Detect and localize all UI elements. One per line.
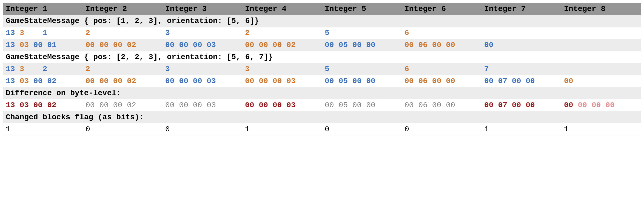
cell: 00 07 00 00 — [481, 99, 561, 111]
flag-bit: 0 — [163, 123, 242, 135]
cell: 00 00 00 02 — [83, 39, 163, 51]
flag-bit: 1 — [3, 123, 83, 135]
cell: 00 06 00 00 — [402, 99, 481, 111]
header-cell: Integer 7 — [481, 3, 561, 15]
flag-bit: 1 — [561, 123, 641, 135]
header-cell: Integer 8 — [561, 3, 641, 15]
cell: 7 — [481, 63, 561, 75]
flags-title: Changed blocks flag (as bits): — [3, 111, 641, 123]
cell: 00 07 00 00 — [481, 75, 561, 87]
header-cell: Integer 4 — [242, 3, 322, 15]
msg1-title: GameStateMessage { pos: [1, 2, 3], orien… — [3, 15, 641, 27]
header-cell: Integer 6 — [402, 3, 481, 15]
cell: 13 03 00 02 — [3, 75, 83, 87]
flag-bit: 0 — [83, 123, 163, 135]
cell: 5 — [322, 63, 402, 75]
cell: 00 06 00 00 — [402, 75, 481, 87]
header-cell: Integer 2 — [83, 3, 163, 15]
cell: 00 00 00 02 — [83, 99, 163, 111]
cell: 13 03 00 02 — [3, 99, 83, 111]
cell: 00 00 00 03 — [242, 99, 322, 111]
cell: 13 3 1 — [3, 27, 83, 39]
cell: 2 — [242, 27, 322, 39]
cell: 6 — [402, 27, 481, 39]
cell: 00 00 00 02 — [242, 39, 322, 51]
cell — [561, 27, 641, 39]
cell: 3 — [242, 63, 322, 75]
cell: 5 — [322, 27, 402, 39]
cell: 00 05 00 00 — [322, 99, 402, 111]
cell: 00 — [481, 39, 561, 51]
cell — [561, 63, 641, 75]
cell: 00 00 00 03 — [163, 99, 242, 111]
diff-title: Difference on byte-level: — [3, 87, 641, 99]
msg2-title: GameStateMessage { pos: [2, 2, 3], orien… — [3, 51, 641, 63]
cell: 3 — [163, 63, 242, 75]
cell: 00 00 00 03 — [242, 75, 322, 87]
cell: 00 00 00 00 — [561, 99, 641, 111]
cell: 00 — [561, 75, 641, 87]
header-cell: Integer 5 — [322, 3, 402, 15]
cell: 2 — [83, 63, 163, 75]
byte-diff-table: Integer 1 Integer 2 Integer 3 Integer 4 … — [3, 3, 641, 135]
flag-bit: 1 — [242, 123, 322, 135]
header-cell: Integer 3 — [163, 3, 242, 15]
header-cell: Integer 1 — [3, 3, 83, 15]
cell — [561, 39, 641, 51]
cell: 13 3 2 — [3, 63, 83, 75]
cell: 00 06 00 00 — [402, 39, 481, 51]
cell: 00 00 00 02 — [83, 75, 163, 87]
cell: 00 00 00 03 — [163, 39, 242, 51]
cell — [481, 27, 561, 39]
cell: 00 05 00 00 — [322, 75, 402, 87]
cell: 00 00 00 03 — [163, 75, 242, 87]
flag-bit: 1 — [481, 123, 561, 135]
cell: 13 03 00 01 — [3, 39, 83, 51]
cell: 6 — [402, 63, 481, 75]
cell: 00 05 00 00 — [322, 39, 402, 51]
cell: 2 — [83, 27, 163, 39]
flag-bit: 0 — [402, 123, 481, 135]
flag-bit: 0 — [322, 123, 402, 135]
cell: 3 — [163, 27, 242, 39]
